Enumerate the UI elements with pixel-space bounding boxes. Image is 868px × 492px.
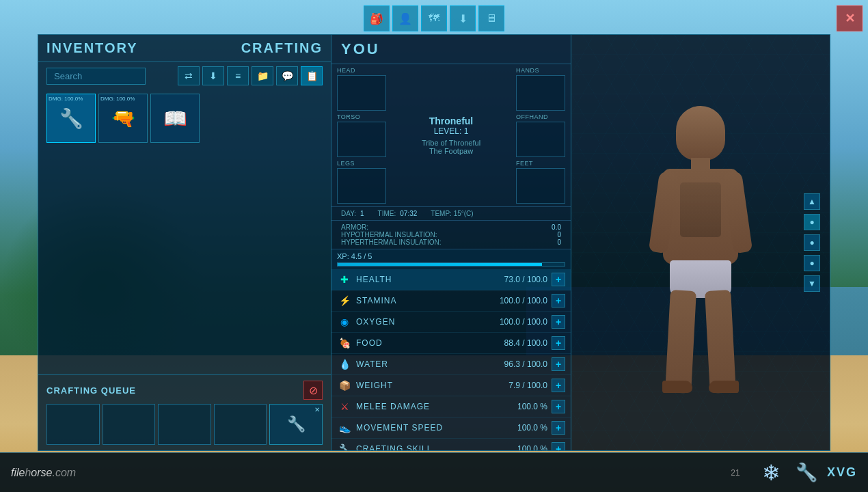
queue-slot-0[interactable] xyxy=(46,404,100,445)
stat-name-8: CRAFTING SKILL xyxy=(356,444,517,451)
head-slot[interactable] xyxy=(337,75,386,111)
search-input[interactable] xyxy=(46,68,146,85)
notes-icon-btn[interactable]: 📋 xyxy=(301,66,323,85)
hyper-value: 0 xyxy=(557,238,561,246)
stats-list: ✚ HEALTH 73.0 / 100.0 + ⚡ STAMINA 100.0 … xyxy=(331,269,571,451)
offhand-slot[interactable] xyxy=(516,122,565,157)
stat-plus-0[interactable]: + xyxy=(552,273,565,286)
equip-offhand: OFFHAND xyxy=(516,113,565,157)
hypo-label: HYPOTHERMAL INSULATION: xyxy=(341,231,437,238)
stat-icon-7: 👟 xyxy=(337,420,352,435)
stat-row-health[interactable]: ✚ HEALTH 73.0 / 100.0 + xyxy=(331,269,571,290)
drop-icon-btn[interactable]: ⬇ xyxy=(202,66,224,85)
scroll-dot-2[interactable]: ● xyxy=(804,234,820,251)
stat-plus-7[interactable]: + xyxy=(552,421,565,435)
env-time: TIME: 07:32 xyxy=(378,210,418,217)
equip-torso: TORSO xyxy=(337,113,392,157)
toolbar-btn-character[interactable]: 👤 xyxy=(392,5,418,31)
character-leg-left xyxy=(665,290,696,394)
torso-label: TORSO xyxy=(337,113,392,120)
main-panels: INVENTORY CRAFTING ⇄ ⬇ ≡ 📁 💬 📋 DMG: 100.… xyxy=(38,34,830,451)
queue-slots: ✕ 🔧 xyxy=(46,404,323,445)
icon-buttons: ⇄ ⬇ ≡ 📁 💬 📋 xyxy=(178,66,323,85)
character-foot-right xyxy=(709,381,739,393)
stat-value-4: 96.3 / 100.0 xyxy=(504,359,547,369)
stat-plus-1[interactable]: + xyxy=(552,294,565,308)
toolbar-btn-inventory[interactable]: 🎒 xyxy=(364,5,390,31)
char-name: Throneful xyxy=(429,115,474,126)
inventory-item-0[interactable]: DMG: 100.0% 🔧 xyxy=(46,94,96,143)
inventory-item-1[interactable]: DMG: 100.0% 🔫 xyxy=(98,94,148,143)
queue-slot-close-icon[interactable]: ✕ xyxy=(312,405,322,414)
close-button[interactable]: ✕ xyxy=(837,5,863,31)
day-value: 1 xyxy=(360,210,364,217)
queue-header: CRAFTING QUEUE ⊘ xyxy=(46,381,323,400)
wrench-icon-bottom[interactable]: 🔧 xyxy=(791,458,822,488)
character-model xyxy=(625,72,776,413)
snowflake-icon[interactable]: ❄ xyxy=(756,458,786,488)
character-foot-left xyxy=(662,381,692,393)
stat-row-stamina[interactable]: ⚡ STAMINA 100.0 / 100.0 + xyxy=(331,290,571,312)
hands-label: HANDS xyxy=(516,67,565,74)
stat-plus-8[interactable]: + xyxy=(552,442,565,451)
stat-row-weight[interactable]: 📦 WEIGHT 7.9 / 100.0 + xyxy=(331,375,571,396)
stat-row-water[interactable]: 💧 WATER 96.3 / 100.0 + xyxy=(331,354,571,375)
stat-plus-6[interactable]: + xyxy=(552,400,565,413)
hypo-row: HYPOTHERMAL INSULATION: 0 xyxy=(341,231,561,238)
stat-value-0: 73.0 / 100.0 xyxy=(504,275,547,284)
toolbar-btn-screen[interactable]: 🖥 xyxy=(478,5,504,31)
queue-slot-3[interactable] xyxy=(214,404,267,445)
char-tribe: Tribe of Throneful xyxy=(422,139,480,147)
hands-slot[interactable] xyxy=(516,75,565,111)
stat-plus-2[interactable]: + xyxy=(552,315,565,329)
legs-slot[interactable] xyxy=(337,168,386,204)
queue-slot-2[interactable] xyxy=(158,404,211,445)
folder-icon-btn[interactable]: 📁 xyxy=(252,66,273,85)
queue-cancel-button[interactable]: ⊘ xyxy=(303,381,323,400)
stat-icon-6: ⚔ xyxy=(337,399,352,414)
inventory-item-2[interactable]: 📖 xyxy=(150,94,200,143)
stat-value-5: 7.9 / 100.0 xyxy=(508,381,547,390)
feet-slot[interactable] xyxy=(516,168,565,204)
character-body xyxy=(653,106,748,393)
item-icon-1: 🔫 xyxy=(111,107,135,130)
toolbar-btn-map[interactable]: 🗺 xyxy=(421,5,447,31)
xvg-label: XVG xyxy=(827,458,857,488)
stat-plus-5[interactable]: + xyxy=(552,379,565,392)
item-icon-0: 🔧 xyxy=(59,107,83,130)
transfer-icon-btn[interactable]: ⇄ xyxy=(178,66,200,85)
toolbar-btn-download[interactable]: ⬇ xyxy=(450,5,476,31)
head-label: HEAD xyxy=(337,67,392,74)
scroll-down-arrow[interactable]: ▼ xyxy=(804,275,820,292)
scroll-dot-1[interactable]: ● xyxy=(804,214,820,230)
equip-legs: LEGS xyxy=(337,160,392,204)
equipment-section: HEAD TORSO LEGS Throneful LEVEL: 1 Tribe… xyxy=(331,64,571,206)
stat-plus-4[interactable]: + xyxy=(552,357,565,371)
you-header: YOU xyxy=(331,35,571,64)
stat-plus-3[interactable]: + xyxy=(552,336,565,350)
stat-row-movement-speed[interactable]: 👟 MOVEMENT SPEED 100.0 % + xyxy=(331,418,571,439)
stat-icon-8: 🔧 xyxy=(337,441,352,451)
scroll-up-arrow[interactable]: ▲ xyxy=(804,193,820,210)
crafting-title: CRAFTING xyxy=(241,40,323,56)
stat-row-melee-damage[interactable]: ⚔ MELEE DAMAGE 100.0 % + xyxy=(331,396,571,418)
hyper-row: HYPERTHERMAL INSULATION: 0 xyxy=(341,238,561,246)
left-panel-header: INVENTORY CRAFTING xyxy=(38,35,331,62)
stat-row-crafting-skill[interactable]: 🔧 CRAFTING SKILL 100.0 % + xyxy=(331,439,571,451)
torso-slot[interactable] xyxy=(337,122,386,157)
xp-label: XP: 4.5 / 5 xyxy=(337,252,565,260)
armor-info: ARMOR: 0.0 HYPOTHERMAL INSULATION: 0 HYP… xyxy=(331,221,571,249)
armor-row: ARMOR: 0.0 xyxy=(341,223,561,231)
scroll-dot-3[interactable]: ● xyxy=(804,255,820,271)
stat-name-6: MELEE DAMAGE xyxy=(356,402,517,411)
stat-row-oxygen[interactable]: ◉ OXYGEN 100.0 / 100.0 + xyxy=(331,312,571,333)
stat-row-food[interactable]: 🍖 FOOD 88.4 / 100.0 + xyxy=(331,333,571,354)
bottom-bar: filehorse.com 21 ❄ 🔧 XVG xyxy=(0,452,868,492)
xp-bar-fill xyxy=(338,263,542,266)
list-icon-btn[interactable]: ≡ xyxy=(227,66,249,85)
hypo-value: 0 xyxy=(557,231,561,238)
day-label: DAY: xyxy=(341,210,356,217)
chat-icon-btn[interactable]: 💬 xyxy=(276,66,298,85)
queue-slot-4[interactable]: ✕ 🔧 xyxy=(269,404,323,445)
queue-slot-1[interactable] xyxy=(103,404,156,445)
